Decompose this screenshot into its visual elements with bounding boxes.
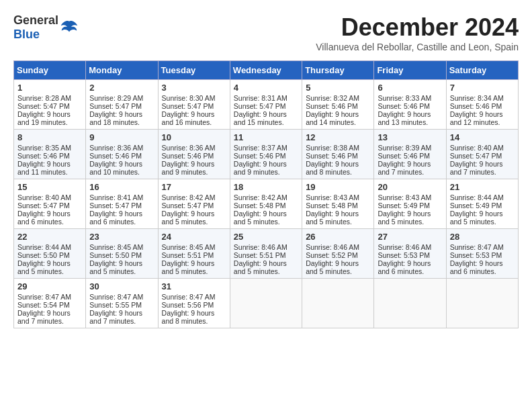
calendar-week-5: 29 Sunrise: 8:47 AM Sunset: 5:54 PM Dayl… (14, 279, 519, 328)
sunset-label: Sunset: 5:46 PM (378, 102, 430, 110)
daylight-label: Daylight: 9 hours and 16 minutes. (162, 110, 215, 126)
sunrise-label: Sunrise: 8:36 AM (89, 144, 143, 152)
day-number: 13 (378, 132, 442, 142)
calendar-cell: 21 Sunrise: 8:44 AM Sunset: 5:49 PM Dayl… (446, 179, 518, 229)
day-number: 22 (17, 232, 82, 242)
sunrise-label: Sunrise: 8:47 AM (162, 293, 216, 301)
title-block: December 2024 Villanueva del Rebollar, C… (316, 13, 519, 58)
sunrise-label: Sunrise: 8:30 AM (162, 94, 216, 102)
sunrise-label: Sunrise: 8:47 AM (89, 293, 143, 301)
daylight-label: Daylight: 9 hours and 5 minutes. (17, 259, 71, 275)
sunset-label: Sunset: 5:46 PM (306, 152, 358, 160)
sunset-label: Sunset: 5:47 PM (162, 201, 214, 210)
sunrise-label: Sunrise: 8:45 AM (89, 243, 143, 251)
day-number: 5 (306, 83, 370, 93)
day-number: 23 (89, 232, 154, 242)
calendar-cell: 7 Sunrise: 8:34 AM Sunset: 5:46 PM Dayli… (446, 80, 518, 130)
calendar-cell: 18 Sunrise: 8:42 AM Sunset: 5:48 PM Dayl… (230, 179, 302, 229)
calendar-cell: 16 Sunrise: 8:41 AM Sunset: 5:47 PM Dayl… (86, 179, 158, 229)
sunset-label: Sunset: 5:46 PM (378, 152, 430, 160)
daylight-label: Daylight: 9 hours and 9 minutes. (234, 160, 287, 176)
sunset-label: Sunset: 5:54 PM (17, 301, 70, 309)
weekday-header-saturday: Saturday (446, 61, 518, 80)
sunset-label: Sunset: 5:47 PM (234, 102, 286, 110)
sunset-label: Sunset: 5:46 PM (162, 152, 214, 160)
header: General Blue December 2024 Villanueva de… (13, 13, 519, 58)
daylight-label: Daylight: 9 hours and 7 minutes. (89, 309, 142, 325)
calendar-cell: 2 Sunrise: 8:29 AM Sunset: 5:47 PM Dayli… (86, 80, 158, 130)
sunrise-label: Sunrise: 8:46 AM (378, 243, 431, 251)
day-number: 16 (89, 182, 154, 192)
logo-bird-icon (60, 18, 79, 37)
daylight-label: Daylight: 9 hours and 5 minutes. (162, 259, 215, 275)
calendar-cell: 25 Sunrise: 8:46 AM Sunset: 5:51 PM Dayl… (230, 229, 302, 279)
daylight-label: Daylight: 9 hours and 19 minutes. (17, 110, 71, 126)
day-number: 21 (450, 182, 515, 192)
day-number: 7 (450, 83, 515, 93)
sunset-label: Sunset: 5:49 PM (378, 201, 430, 210)
logo-blue: Blue (13, 28, 40, 41)
weekday-header-monday: Monday (86, 61, 158, 80)
day-number: 11 (234, 132, 298, 142)
sunrise-label: Sunrise: 8:40 AM (450, 144, 504, 152)
day-number: 27 (378, 232, 442, 242)
calendar-week-4: 22 Sunrise: 8:44 AM Sunset: 5:50 PM Dayl… (14, 229, 519, 279)
sunrise-label: Sunrise: 8:43 AM (378, 193, 431, 201)
calendar-week-2: 8 Sunrise: 8:35 AM Sunset: 5:46 PM Dayli… (14, 130, 519, 179)
daylight-label: Daylight: 9 hours and 7 minutes. (450, 160, 503, 176)
sunrise-label: Sunrise: 8:41 AM (89, 193, 143, 201)
day-number: 26 (306, 232, 370, 242)
day-number: 25 (234, 232, 298, 242)
sunrise-label: Sunrise: 8:45 AM (162, 243, 216, 251)
sunset-label: Sunset: 5:55 PM (89, 301, 142, 309)
day-number: 10 (162, 132, 226, 142)
sunrise-label: Sunrise: 8:44 AM (17, 243, 71, 251)
sunrise-label: Sunrise: 8:40 AM (17, 193, 71, 201)
day-number: 8 (17, 132, 82, 142)
sunset-label: Sunset: 5:46 PM (450, 102, 502, 110)
sunset-label: Sunset: 5:48 PM (234, 201, 286, 210)
logo-general: General (13, 13, 58, 27)
daylight-label: Daylight: 9 hours and 6 minutes. (450, 259, 503, 275)
daylight-label: Daylight: 9 hours and 6 minutes. (378, 259, 431, 275)
sunrise-label: Sunrise: 8:46 AM (306, 243, 359, 251)
sunrise-label: Sunrise: 8:47 AM (17, 293, 71, 301)
day-number: 1 (17, 83, 82, 93)
daylight-label: Daylight: 9 hours and 11 minutes. (17, 160, 71, 176)
sunrise-label: Sunrise: 8:36 AM (162, 144, 216, 152)
sunset-label: Sunset: 5:51 PM (234, 251, 286, 259)
calendar-cell: 15 Sunrise: 8:40 AM Sunset: 5:47 PM Dayl… (14, 179, 86, 229)
weekday-header-sunday: Sunday (14, 61, 86, 80)
sunset-label: Sunset: 5:48 PM (306, 201, 358, 210)
sunset-label: Sunset: 5:49 PM (450, 201, 502, 210)
day-number: 19 (306, 182, 370, 192)
daylight-label: Daylight: 9 hours and 5 minutes. (306, 210, 359, 226)
sunrise-label: Sunrise: 8:32 AM (306, 94, 359, 102)
daylight-label: Daylight: 9 hours and 5 minutes. (234, 210, 287, 226)
sunset-label: Sunset: 5:47 PM (89, 201, 142, 210)
calendar-cell: 20 Sunrise: 8:43 AM Sunset: 5:49 PM Dayl… (374, 179, 446, 229)
calendar-cell: 8 Sunrise: 8:35 AM Sunset: 5:46 PM Dayli… (14, 130, 86, 179)
calendar-cell: 4 Sunrise: 8:31 AM Sunset: 5:47 PM Dayli… (230, 80, 302, 130)
sunset-label: Sunset: 5:51 PM (162, 251, 214, 259)
sunrise-label: Sunrise: 8:42 AM (162, 193, 216, 201)
sunrise-label: Sunrise: 8:46 AM (234, 243, 287, 251)
daylight-label: Daylight: 9 hours and 5 minutes. (89, 259, 142, 275)
calendar-table: SundayMondayTuesdayWednesdayThursdayFrid… (13, 60, 519, 328)
sunrise-label: Sunrise: 8:33 AM (378, 94, 431, 102)
day-number: 9 (89, 132, 154, 142)
day-number: 29 (17, 281, 82, 291)
calendar-cell (230, 279, 302, 328)
sunset-label: Sunset: 5:50 PM (89, 251, 142, 259)
sunset-label: Sunset: 5:47 PM (162, 102, 214, 110)
calendar-cell: 6 Sunrise: 8:33 AM Sunset: 5:46 PM Dayli… (374, 80, 446, 130)
sunset-label: Sunset: 5:46 PM (17, 152, 70, 160)
weekday-header-wednesday: Wednesday (230, 61, 302, 80)
logo: General Blue (13, 13, 79, 42)
calendar-cell: 1 Sunrise: 8:28 AM Sunset: 5:47 PM Dayli… (14, 80, 86, 130)
calendar-cell: 5 Sunrise: 8:32 AM Sunset: 5:46 PM Dayli… (302, 80, 374, 130)
calendar-cell: 22 Sunrise: 8:44 AM Sunset: 5:50 PM Dayl… (14, 229, 86, 279)
daylight-label: Daylight: 9 hours and 14 minutes. (306, 110, 359, 126)
logo-text: General Blue (13, 13, 58, 42)
day-number: 15 (17, 182, 82, 192)
